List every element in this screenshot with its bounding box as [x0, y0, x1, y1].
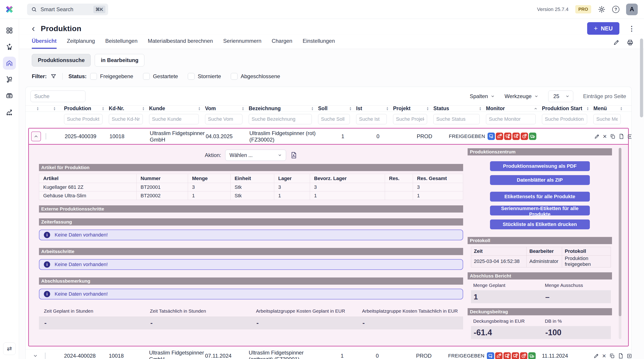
sidebar-item-finance[interactable] [3, 89, 16, 102]
col-soll[interactable]: Soll▲▼ [318, 106, 356, 112]
sort-expand-col[interactable]: ▲▼ [30, 107, 45, 111]
search-produktion-start-input[interactable] [542, 114, 587, 124]
col-monitor[interactable]: Monitor [486, 106, 542, 112]
tab-uebersicht[interactable]: Übersicht [32, 38, 57, 49]
detail-scrollbar[interactable] [619, 148, 622, 339]
checkbox-box[interactable] [90, 73, 97, 80]
edit-pencil-icon[interactable] [594, 134, 600, 139]
search-monitor-input[interactable] [486, 114, 536, 124]
detail-scrollbar-thumb[interactable] [619, 148, 622, 316]
monitor-time-blocked-icon[interactable] [521, 133, 528, 140]
sort-checkbox-col[interactable]: ▲▼ [45, 107, 64, 111]
monitor-time-blocked-icon[interactable] [520, 352, 528, 359]
col-projekt[interactable]: Projekt▲▼ [393, 106, 433, 112]
row-checkbox[interactable] [45, 352, 46, 359]
copy-icon[interactable] [609, 353, 615, 359]
datenblaetter-zip-button[interactable]: Datenblätter als ZIP [490, 175, 590, 185]
col-menu[interactable]: Menü▲▼ [594, 106, 627, 112]
help-icon[interactable]: ? [612, 6, 620, 13]
col-status[interactable]: Status▲▼ [433, 106, 486, 112]
monitor-machine-settings-blocked-icon[interactable] [504, 133, 512, 140]
artikel-row[interactable]: Kugellager 681 2Z BT20001 3 Stk 3 3 3 [39, 183, 463, 191]
tab-beistellungen[interactable]: Beistellungen [105, 38, 138, 49]
checkbox-box[interactable] [188, 73, 194, 80]
checkbox-box[interactable] [231, 73, 238, 80]
pdf-document-icon[interactable] [618, 353, 624, 359]
monitor-production-check-icon[interactable] [487, 352, 494, 359]
monitor-warehouse-blocked-icon[interactable] [495, 352, 502, 359]
sidebar-item-logistics[interactable] [3, 73, 16, 86]
table-row[interactable]: 2024-400028 10018 Ultraslim Fidgetspinne… [26, 349, 632, 359]
sidebar-item-sales[interactable] [3, 40, 16, 53]
checkbox-box[interactable] [143, 73, 150, 80]
monitor-warehouse-blocked-icon[interactable] [496, 133, 503, 140]
search-kunde-input[interactable] [149, 114, 199, 124]
table-row[interactable]: 2025-400039 10018 Ultraslim Fidgetspinne… [29, 129, 628, 145]
monitor-shipping-truck-icon[interactable] [528, 352, 536, 359]
tab-chargen[interactable]: Chargen [272, 38, 292, 49]
pdf-export-icon[interactable] [290, 152, 297, 159]
aktion-select[interactable]: Wählen ... [225, 150, 286, 161]
search-bezeichnung-input[interactable] [249, 114, 312, 124]
edit-pencil-icon[interactable] [594, 353, 599, 359]
back-chevron-icon[interactable]: ‹ [32, 24, 35, 33]
sidebar-item-analytics[interactable] [3, 106, 16, 119]
open-record-icon[interactable] [627, 134, 632, 139]
monitor-machine-settings-blocked-icon[interactable] [504, 352, 511, 359]
search-ist-input[interactable] [356, 114, 387, 124]
search-projekt-input[interactable] [393, 114, 427, 124]
search-soll-input[interactable] [318, 114, 350, 124]
settings-gear-icon[interactable] [598, 6, 606, 13]
print-icon[interactable] [626, 39, 634, 46]
col-kd-nr[interactable]: Kd-Nr.▲▼ [109, 106, 149, 112]
col-ist[interactable]: Ist▲▼ [356, 106, 393, 112]
app-logo-icon[interactable] [0, 0, 19, 19]
etikettensets-button[interactable]: Etikettensets für alle Produkte [490, 192, 590, 202]
cancel-x-icon[interactable]: × [603, 133, 607, 140]
search-status-input[interactable] [433, 114, 480, 124]
tools-dropdown[interactable]: Werkzeuge [504, 93, 538, 99]
funnel-icon[interactable] [50, 73, 57, 80]
tab-einstellungen[interactable]: Einstellungen [303, 38, 335, 49]
new-button[interactable]: + NEU [587, 22, 620, 35]
edit-pencil-icon[interactable] [613, 39, 620, 46]
cancel-x-icon[interactable]: × [602, 352, 606, 359]
collapse-sidebar-button[interactable]: ⇄ [3, 342, 16, 355]
checkbox-stornierte[interactable]: Stornierte [188, 73, 221, 80]
col-vom[interactable]: Vom▲▼ [205, 106, 249, 112]
produktionsanweisung-pdf-button[interactable]: Produktionsanweisung als PDF [490, 161, 590, 171]
collapse-row-chevron-up-icon[interactable] [31, 131, 41, 141]
avatar[interactable]: A [626, 4, 638, 15]
expand-row-chevron-down-icon[interactable] [30, 351, 40, 359]
table-search-input[interactable] [30, 91, 86, 102]
copy-icon[interactable] [610, 134, 616, 139]
monitor-production-check-icon[interactable] [488, 133, 495, 140]
tab-zeitplanung[interactable]: Zeitplanung [67, 38, 95, 49]
pdf-document-icon[interactable] [618, 134, 624, 139]
sidebar-item-production[interactable] [3, 57, 16, 70]
smart-search-input[interactable]: Smart Search ⌘K [27, 4, 108, 15]
tab-materialbestand[interactable]: Materialbestand berechnen [148, 38, 213, 49]
search-vom-input[interactable] [205, 114, 242, 124]
checkbox-freigegebene[interactable]: Freigegebene [90, 73, 133, 80]
checkbox-gestartete[interactable]: Gestartete [143, 73, 178, 80]
tab-seriennummern[interactable]: Seriennummern [223, 38, 262, 49]
search-menu-input[interactable] [594, 114, 621, 124]
search-produktion-input[interactable] [64, 114, 102, 124]
kebab-menu-icon[interactable]: ⋮ [628, 25, 635, 33]
row-checkbox[interactable] [46, 133, 46, 140]
col-bezeichnung[interactable]: Bezeichnung▲▼ [249, 106, 318, 112]
col-kunde[interactable]: Kunde▲▼ [149, 106, 205, 112]
seriennummern-etiketten-button[interactable]: Seriennummern-Etiketten für alle Produkt… [490, 206, 590, 215]
monitor-machine-start-blocked-icon[interactable] [512, 133, 520, 140]
checkbox-abgeschlossene[interactable]: Abgeschlossene [231, 73, 280, 80]
col-produktion[interactable]: Produktion▲▼ [64, 106, 109, 112]
chip-produktionssuche[interactable]: Produktionssuche [32, 54, 91, 67]
chip-in-bearbeitung[interactable]: in Bearbeitung [95, 54, 144, 67]
page-size-select[interactable]: 25 [548, 91, 573, 102]
sidebar-item-dashboard[interactable] [3, 24, 16, 37]
stueckliste-etiketten-button[interactable]: Stückliste als Etiketten drucken [490, 219, 590, 229]
columns-dropdown[interactable]: Spalten [470, 93, 495, 99]
search-kd-nr-input[interactable] [109, 114, 143, 124]
monitor-machine-start-blocked-icon[interactable] [512, 352, 519, 359]
